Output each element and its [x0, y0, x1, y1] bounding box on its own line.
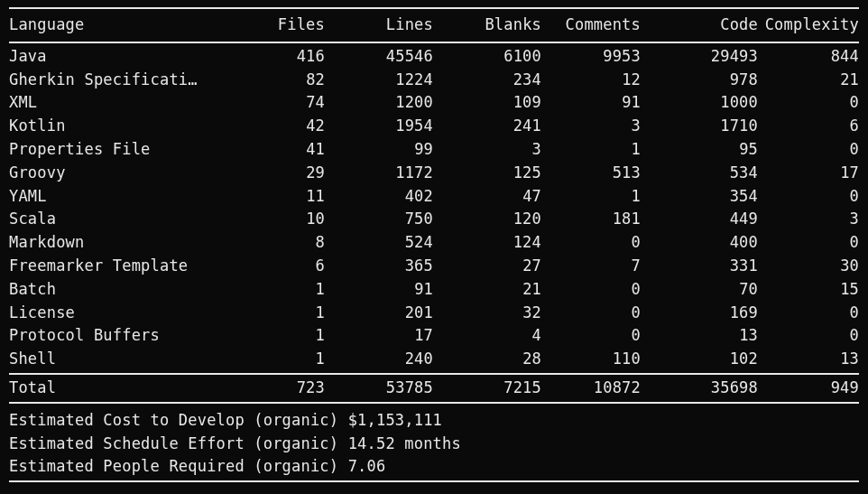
- cell-complexity: 0: [758, 302, 859, 325]
- cell-language: Markdown: [9, 231, 217, 255]
- cell-complexity: 3: [758, 208, 859, 231]
- cell-complexity: 844: [758, 45, 859, 69]
- cell-code: 95: [641, 138, 758, 162]
- cell-comments: 3: [541, 115, 641, 138]
- cell-comments: 9953: [541, 45, 641, 69]
- cell-code: 534: [641, 162, 758, 185]
- estimate-people: Estimated People Required (organic) 7.06: [9, 455, 859, 479]
- stats-table: Language Files Lines Blanks Comments Cod…: [9, 11, 859, 40]
- cell-files: 74: [217, 91, 325, 115]
- top-rule: [9, 7, 859, 9]
- stats-total: Total 723 53785 7215 10872 35698 949: [9, 377, 859, 400]
- cell-code: 331: [641, 255, 758, 278]
- cell-language: XML: [9, 91, 217, 115]
- table-row: Kotlin421954241317106: [9, 115, 859, 138]
- total-code: 35698: [641, 377, 758, 400]
- cell-language: Groovy: [9, 162, 217, 185]
- cell-blanks: 21: [433, 278, 541, 302]
- total-files: 723: [217, 377, 325, 400]
- cell-comments: 1: [541, 185, 641, 209]
- table-row: Properties File419931950: [9, 138, 859, 162]
- cell-complexity: 13: [758, 348, 859, 371]
- cell-blanks: 109: [433, 91, 541, 115]
- cell-comments: 181: [541, 208, 641, 231]
- table-row: Shell12402811010213: [9, 348, 859, 371]
- cell-comments: 1: [541, 138, 641, 162]
- col-lines: Lines: [325, 11, 433, 40]
- table-row: Markdown852412404000: [9, 231, 859, 255]
- cell-complexity: 21: [758, 69, 859, 92]
- cell-comments: 110: [541, 348, 641, 371]
- cell-files: 10: [217, 208, 325, 231]
- cell-language: Freemarker Template: [9, 255, 217, 278]
- cell-complexity: 17: [758, 162, 859, 185]
- table-row: YAML114024713540: [9, 185, 859, 209]
- header-rule: [9, 42, 859, 43]
- cell-files: 1: [217, 348, 325, 371]
- cell-blanks: 120: [433, 208, 541, 231]
- table-row: Gherkin Specificati…8212242341297821: [9, 69, 859, 92]
- cell-lines: 201: [325, 302, 433, 325]
- cell-lines: 1172: [325, 162, 433, 185]
- table-row: XML7412001099110000: [9, 91, 859, 115]
- cell-code: 1000: [641, 91, 758, 115]
- total-blanks: 7215: [433, 377, 541, 400]
- cell-files: 1: [217, 302, 325, 325]
- cell-files: 41: [217, 138, 325, 162]
- cell-complexity: 0: [758, 91, 859, 115]
- cell-language: License: [9, 302, 217, 325]
- table-row: Groovy29117212551353417: [9, 162, 859, 185]
- col-files: Files: [217, 11, 325, 40]
- cell-lines: 402: [325, 185, 433, 209]
- cell-blanks: 124: [433, 231, 541, 255]
- cell-lines: 524: [325, 231, 433, 255]
- table-row: Java416455466100995329493844: [9, 45, 859, 69]
- total-comments: 10872: [541, 377, 641, 400]
- cell-complexity: 6: [758, 115, 859, 138]
- col-complexity: Complexity: [758, 11, 859, 40]
- cell-blanks: 47: [433, 185, 541, 209]
- cell-files: 11: [217, 185, 325, 209]
- cell-language: Protocol Buffers: [9, 324, 217, 348]
- cell-lines: 1200: [325, 91, 433, 115]
- cell-code: 29493: [641, 45, 758, 69]
- cell-files: 1: [217, 278, 325, 302]
- cell-lines: 365: [325, 255, 433, 278]
- col-blanks: Blanks: [433, 11, 541, 40]
- cell-complexity: 0: [758, 138, 859, 162]
- cell-comments: 0: [541, 302, 641, 325]
- cell-code: 978: [641, 69, 758, 92]
- cell-lines: 1224: [325, 69, 433, 92]
- cell-code: 449: [641, 208, 758, 231]
- cell-lines: 1954: [325, 115, 433, 138]
- header-row: Language Files Lines Blanks Comments Cod…: [9, 11, 859, 40]
- col-language: Language: [9, 11, 217, 40]
- cell-comments: 0: [541, 278, 641, 302]
- cell-code: 169: [641, 302, 758, 325]
- cell-files: 82: [217, 69, 325, 92]
- cell-blanks: 3: [433, 138, 541, 162]
- table-row: Batch1912107015: [9, 278, 859, 302]
- table-row: Protocol Buffers11740130: [9, 324, 859, 348]
- cell-language: Kotlin: [9, 115, 217, 138]
- cell-blanks: 4: [433, 324, 541, 348]
- table-row: Scala107501201814493: [9, 208, 859, 231]
- cell-language: Java: [9, 45, 217, 69]
- cell-blanks: 32: [433, 302, 541, 325]
- total-lines: 53785: [325, 377, 433, 400]
- cell-code: 13: [641, 324, 758, 348]
- cell-code: 400: [641, 231, 758, 255]
- cell-files: 1: [217, 324, 325, 348]
- cell-blanks: 28: [433, 348, 541, 371]
- cell-lines: 17: [325, 324, 433, 348]
- cell-language: Shell: [9, 348, 217, 371]
- total-complexity: 949: [758, 377, 859, 400]
- cell-code: 1710: [641, 115, 758, 138]
- table-row: License12013201690: [9, 302, 859, 325]
- cell-code: 102: [641, 348, 758, 371]
- total-rule-bottom: [9, 402, 859, 404]
- cell-language: Gherkin Specificati…: [9, 69, 217, 92]
- cell-files: 8: [217, 231, 325, 255]
- cell-complexity: 0: [758, 185, 859, 209]
- cell-blanks: 234: [433, 69, 541, 92]
